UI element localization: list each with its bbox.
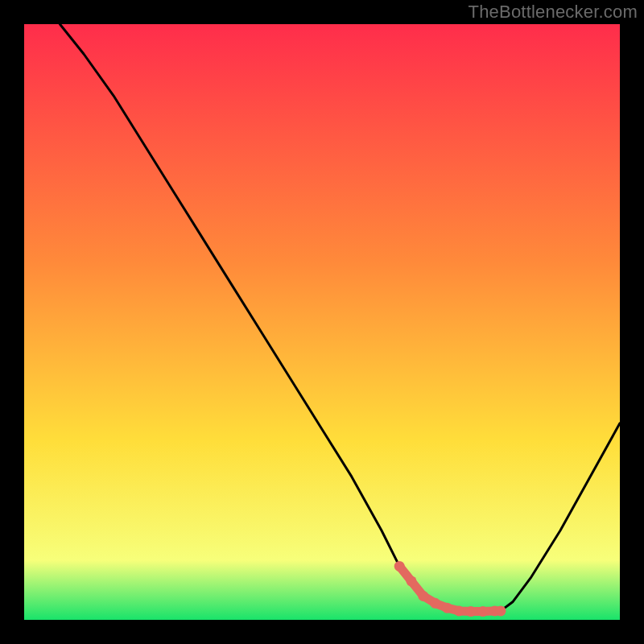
optimal-range-dot <box>454 605 464 616</box>
optimal-range-dot <box>496 605 506 616</box>
optimal-range-dot <box>466 606 477 617</box>
watermark-text: TheBottleneckеr.com <box>469 2 638 23</box>
optimal-range-dot <box>442 603 452 613</box>
optimal-range-dot <box>430 598 440 609</box>
bottleneck-chart <box>0 0 644 644</box>
optimal-range-dot <box>407 576 417 586</box>
optimal-range-dot <box>418 591 428 601</box>
optimal-range-dot <box>394 561 405 572</box>
optimal-range-dot <box>477 606 488 617</box>
gradient-background <box>24 24 620 620</box>
chart-frame: TheBottleneckеr.com <box>0 0 644 644</box>
